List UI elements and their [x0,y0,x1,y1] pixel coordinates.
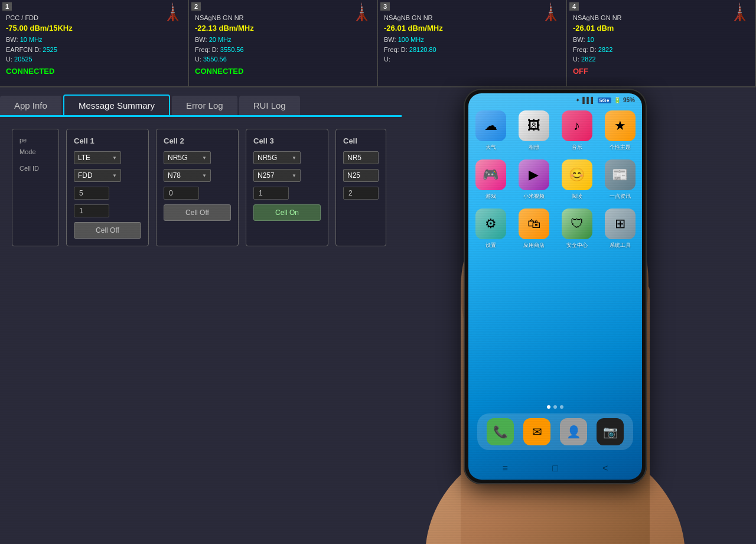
app-video[interactable]: ▶ 小米视频 [516,159,551,200]
app-games[interactable]: 🎮 游戏 [473,159,508,200]
signal-cell-3: 3 🗼 NSAgNB GN NR -26.01 dBm/MHz BW: 100 … [378,0,567,86]
tab-error-log[interactable]: Error Log [172,96,237,115]
dropdown-arrow-4: ▼ [202,173,207,178]
signal-strength: ▌▌▌ [582,97,595,103]
tower-icon-4: 🗼 [729,2,750,22]
app-reading[interactable]: 😊 阅读 [559,159,594,200]
cell-1-button[interactable]: Cell Off [74,222,141,239]
cell-4-num: 4 [569,2,579,11]
cell-2-type-dropdown[interactable]: NR5G ▼ [164,151,211,164]
app-store-label: 应用商店 [523,242,545,249]
app-security[interactable]: 🛡 安全中心 [559,209,594,249]
cell-2-title: Cell 2 [164,136,231,145]
app-reading-label: 阅读 [572,193,582,200]
app-theme[interactable]: ★ 个性主题 [602,110,637,151]
dock-phone[interactable]: 📞 [487,418,514,445]
app-settings-label: 设置 [485,242,496,249]
cell-1-status: CONNECTED [6,67,182,76]
cell-3-type: NSAgNB GN NR [384,14,560,21]
mode-label: Mode [19,148,43,155]
phone-dock-area: 📞 ✉ 👤 📷 [468,405,642,450]
app-security-label: 安全中心 [566,242,588,249]
app-weather-label: 天气 [485,144,496,151]
cell-3-sub-dropdown[interactable]: N257 ▼ [253,169,301,182]
cell-2-bw: BW: 20 MHz [195,35,371,45]
app-news-icon: 📰 [605,159,636,190]
tab-rui-log[interactable]: RUI Log [239,96,300,115]
nav-bar: ≡ □ < [468,461,642,476]
cell-2-num: 2 [191,2,201,11]
cell-1-earfcn: EARFCN D: 2525 [6,45,182,55]
bluetooth-icon: ✦ [575,97,580,103]
cell-1-dl-label: D: [34,46,41,53]
cell-3-type-dropdown[interactable]: NR5G ▼ [253,151,301,164]
cell-id-label: Cell ID [19,165,43,172]
app-video-label: 小米视频 [523,193,545,200]
app-gallery-icon: 🖼 [519,110,549,141]
nav-back-btn[interactable]: < [602,463,608,474]
dock-messages[interactable]: ✉ [523,418,550,445]
cell-2-num-val: 0 [164,187,199,200]
app-store[interactable]: 🛍 应用商店 [516,209,551,249]
tower-icon-2: 🗼 [351,2,372,22]
tower-icon-1: 🗼 [162,2,183,22]
app-weather[interactable]: ☁ 天气 [473,110,508,151]
monitor-background: 1 🗼 PCC / FDD -75.00 dBm/15KHz BW: 10 MH… [0,0,756,544]
cell-3-title: Cell 3 [253,136,321,145]
app-music-icon: ♪ [562,110,592,141]
cell-1-num-val: 5 [74,187,109,200]
cell-4-bw: BW: 10 [573,35,749,45]
cell-1-type-dropdown[interactable]: LTE ▼ [74,151,121,164]
main-content: pe Mode Cell ID Cell 1 LTE ▼ [0,117,402,544]
nav-home-btn[interactable]: □ [552,463,558,474]
cell-4-type: NSAgNB GN NR [573,14,749,21]
cell-config-2: Cell 2 NR5G ▼ N78 ▼ 0 Cell Off [156,129,239,246]
signal-cell-1: 1 🗼 PCC / FDD -75.00 dBm/15KHz BW: 10 MH… [0,0,189,86]
cell-1-mode-dropdown[interactable]: FDD ▼ [74,169,121,182]
cells-config-area: pe Mode Cell ID Cell 1 LTE ▼ [12,129,390,246]
cell-2-button[interactable]: Cell Off [164,204,231,221]
phone-screen: ✦ ▌▌▌ 5G● 🔋 95% ☁ 天气 🖼 相册 [468,93,642,480]
dropdown-arrow: ▼ [112,155,117,161]
app-tools[interactable]: ⊞ 系统工具 [602,209,637,249]
cell-2-sub-dropdown[interactable]: N78 ▼ [164,169,211,182]
tab-message-summary[interactable]: Message Summary [63,95,170,115]
dropdown-arrow-2: ▼ [112,173,117,178]
app-weather-icon: ☁ [475,110,506,141]
network-type: 5G● [598,97,611,103]
tower-icon-3: 🗼 [540,2,561,22]
cell-4-ul: U: 2822 [573,54,749,64]
cell-1-id-val: 1 [74,204,109,217]
app-settings[interactable]: ⚙ 设置 [473,209,508,249]
cell-1-ul: U: 20525 [6,54,182,64]
cell-2-status: CONNECTED [195,67,371,76]
cell-4-status: OFF [573,67,749,76]
signal-cell-4: 4 🗼 NSAgNB GN NR -26.01 dBm BW: 10 Freq:… [567,0,756,86]
cell-3-ul: U: [384,54,560,64]
dock-contacts[interactable]: 👤 [560,418,587,445]
cell-1-title: Cell 1 [74,136,141,145]
dot-2 [553,405,557,409]
tab-app-info[interactable]: App Info [0,96,61,115]
page-dots [547,405,563,409]
app-gallery[interactable]: 🖼 相册 [516,110,551,151]
signal-panel: 1 🗼 PCC / FDD -75.00 dBm/15KHz BW: 10 MH… [0,0,756,87]
cell-3-num-val: 1 [253,187,289,200]
cell-3-dbm: -26.01 dBm/MHz [384,24,560,32]
nav-menu-btn[interactable]: ≡ [503,463,508,474]
cell-1-type: PCC / FDD [6,14,182,21]
cell-3-bw: BW: 100 MHz [384,35,560,45]
dock-camera[interactable]: 📷 [597,418,624,445]
cell-2-freq: Freq: D: 3550.56 [195,45,371,55]
app-theme-icon: ★ [605,110,636,141]
app-store-icon: 🛍 [519,209,549,239]
app-tools-icon: ⊞ [605,209,636,239]
app-news[interactable]: 📰 一点资讯 [602,159,637,200]
cell-3-button[interactable]: Cell On [253,204,321,221]
dot-3 [560,405,563,409]
dropdown-arrow-6: ▼ [292,173,296,178]
dropdown-arrow-5: ▼ [292,155,296,161]
app-music[interactable]: ♪ 音乐 [559,110,594,151]
battery-icon: 🔋 [614,97,621,103]
app-video-icon: ▶ [519,159,549,190]
